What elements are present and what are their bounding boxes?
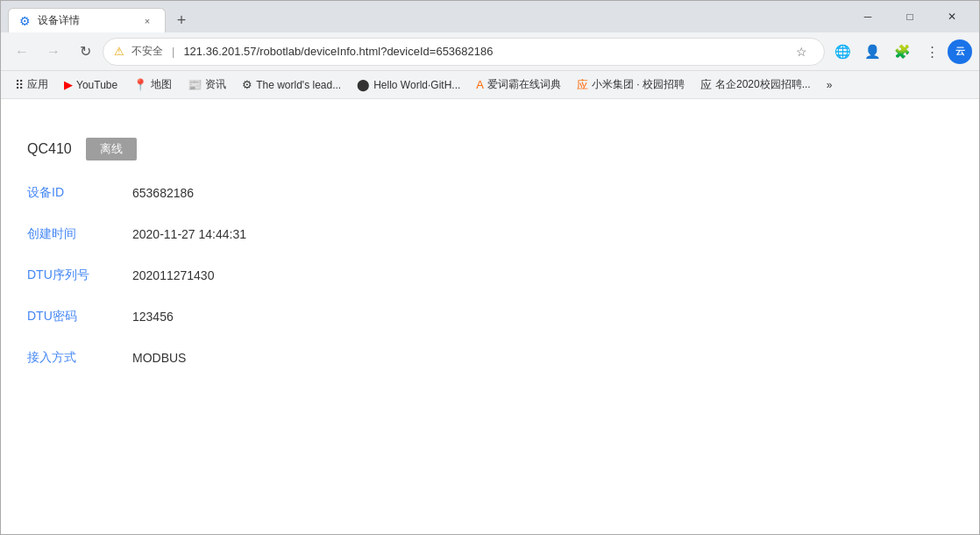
tab-strip: ⚙ 设备详情 × +: [8, 1, 848, 32]
back-button[interactable]: ←: [8, 38, 36, 66]
forward-icon: →: [46, 44, 60, 60]
forward-button[interactable]: →: [39, 38, 67, 66]
bookmark-jobs[interactable]: 应 名企2020校园招聘...: [693, 74, 818, 96]
window-controls: ─ □ ✕: [848, 3, 972, 31]
bookmark-youtube[interactable]: ▶ YouTube: [57, 75, 124, 95]
info-value: MODBUS: [132, 351, 186, 365]
status-badge: 离线: [86, 138, 137, 160]
tab-close-button[interactable]: ×: [140, 14, 154, 28]
more-icon: ⋮: [926, 44, 939, 60]
toolbar: ← → ↻ ⚠ 不安全 | 121.36.201.57/robotlab/dev…: [1, 32, 979, 71]
tab-favicon: ⚙: [19, 14, 31, 28]
more-options-button[interactable]: ⋮: [918, 38, 946, 66]
refresh-icon: ↻: [80, 43, 91, 60]
info-value: 123456: [132, 310, 174, 324]
info-value: 202011271430: [132, 268, 214, 282]
bookmark-maps[interactable]: 📍 地图: [126, 74, 179, 96]
info-row: DTU序列号202011271430: [18, 255, 544, 296]
bookmarks-bar: ⠿ 应用 ▶ YouTube 📍 地图 📰 资讯 ⚙ The world's l…: [1, 71, 979, 99]
browser-actions: 🌐 👤 🧩 ⋮ 云: [828, 38, 972, 66]
youtube-label: YouTube: [76, 79, 117, 91]
github1-icon: ⚙: [242, 78, 252, 91]
separator: |: [172, 45, 174, 58]
github2-icon: ⬤: [357, 78, 370, 91]
github2-label: Hello World·GitH...: [373, 79, 460, 91]
refresh-button[interactable]: ↻: [71, 38, 99, 66]
info-label: 接入方式: [27, 350, 132, 366]
news-icon: 📰: [188, 78, 202, 91]
profile-label: 云: [955, 45, 965, 58]
bookmark-xiaomi[interactable]: 应 小米集团 · 校园招聘: [570, 74, 692, 96]
github1-label: The world's lead...: [256, 79, 341, 91]
info-rows-container: 设备ID653682186创建时间2020-11-27 14:44:31DTU序…: [18, 173, 544, 379]
info-label: 创建时间: [27, 226, 132, 242]
tab-title: 设备详情: [38, 13, 80, 28]
dict-label: 爱词霸在线词典: [487, 77, 561, 92]
xiaomi-icon: 应: [577, 77, 588, 93]
extensions-icon: 🧩: [894, 44, 911, 60]
news-label: 资讯: [205, 77, 226, 92]
info-value: 2020-11-27 14:44:31: [132, 227, 246, 241]
address-bar[interactable]: ⚠ 不安全 | 121.36.201.57/robotlab/deviceInf…: [103, 38, 825, 66]
minimize-button[interactable]: ─: [848, 3, 888, 31]
profile-button[interactable]: 云: [948, 39, 972, 64]
apps-label: 应用: [27, 77, 48, 92]
title-bar: ⚙ 设备详情 × + ─ □ ✕: [1, 1, 979, 32]
bookmark-icon: ☆: [796, 45, 807, 59]
security-warning-icon: ⚠: [114, 45, 124, 58]
bookmark-github2[interactable]: ⬤ Hello World·GitH...: [350, 75, 467, 95]
info-label: DTU序列号: [27, 268, 132, 283]
youtube-icon: ▶: [64, 78, 73, 91]
back-icon: ←: [15, 44, 29, 60]
close-button[interactable]: ✕: [932, 3, 972, 31]
address-actions: ☆: [789, 39, 813, 64]
info-row: 设备ID653682186: [18, 173, 544, 214]
device-name: QC410: [27, 141, 72, 157]
active-tab[interactable]: ⚙ 设备详情 ×: [8, 8, 166, 32]
device-name-row: QC410 离线: [18, 125, 544, 173]
jobs-icon: 应: [700, 77, 712, 93]
info-row: 接入方式MODBUS: [18, 338, 544, 379]
maximize-button[interactable]: □: [890, 3, 930, 31]
browser-window: ⚙ 设备详情 × + ─ □ ✕ ← → ↻ ⚠ 不安全 | 121.36.20…: [0, 0, 980, 535]
info-label: 设备ID: [27, 185, 132, 201]
info-label: DTU密码: [27, 309, 132, 325]
info-row: DTU密码123456: [18, 296, 544, 338]
info-value: 653682186: [132, 186, 194, 200]
maps-label: 地图: [151, 77, 172, 92]
apps-icon: ⠿: [15, 78, 24, 92]
new-tab-button[interactable]: +: [169, 8, 194, 32]
more-bookmarks-icon: »: [827, 79, 833, 91]
page-content: QC410 离线 设备ID653682186创建时间2020-11-27 14:…: [1, 99, 979, 534]
bookmark-apps[interactable]: ⠿ 应用: [8, 74, 55, 96]
bookmark-button[interactable]: ☆: [789, 39, 813, 64]
bookmark-news[interactable]: 📰 资讯: [181, 74, 233, 96]
avatar-button[interactable]: 👤: [858, 38, 886, 66]
globe1-button[interactable]: 🌐: [828, 38, 856, 66]
security-label: 不安全: [131, 44, 163, 59]
avatar-icon: 👤: [864, 44, 881, 60]
bookmark-github1[interactable]: ⚙ The world's lead...: [235, 75, 348, 95]
url-text: 121.36.201.57/robotlab/deviceInfo.html?d…: [183, 45, 493, 58]
device-info-table: QC410 离线 设备ID653682186创建时间2020-11-27 14:…: [18, 125, 544, 379]
extensions-button[interactable]: 🧩: [888, 38, 916, 66]
globe1-icon: 🌐: [834, 44, 851, 60]
bookmark-dict[interactable]: A 爱词霸在线词典: [469, 74, 568, 96]
info-row: 创建时间2020-11-27 14:44:31: [18, 214, 544, 255]
bookmark-more[interactable]: »: [820, 75, 840, 95]
xiaomi-label: 小米集团 · 校园招聘: [592, 77, 685, 92]
jobs-label: 名企2020校园招聘...: [715, 77, 811, 92]
dict-icon: A: [476, 78, 484, 91]
maps-icon: 📍: [133, 78, 147, 91]
